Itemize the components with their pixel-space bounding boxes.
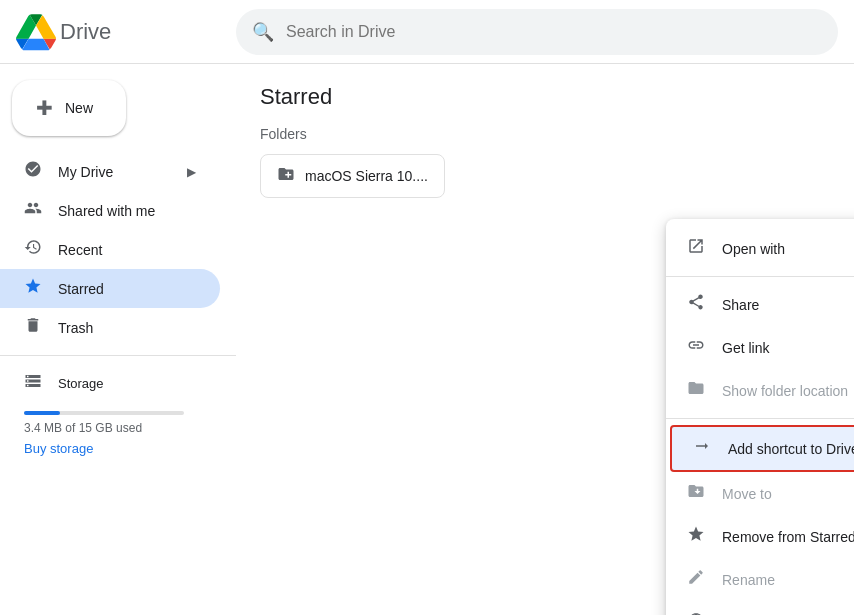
new-button[interactable]: ✚ New <box>12 80 126 136</box>
add-shortcut-label: Add shortcut to Drive <box>728 441 854 457</box>
menu-item-remove-from-starred[interactable]: Remove from Starred <box>666 515 854 558</box>
storage-usage-label: 3.4 MB of 15 GB used <box>24 421 212 435</box>
change-color-icon <box>686 611 706 615</box>
app-title: Drive <box>60 19 111 45</box>
move-to-icon <box>686 482 706 505</box>
share-label: Share <box>722 297 854 313</box>
get-link-icon <box>686 336 706 359</box>
menu-divider-2 <box>666 418 854 419</box>
folder-name: macOS Sierra 10.... <box>305 168 428 184</box>
storage-bar-bg <box>24 411 184 415</box>
move-to-label: Move to <box>722 486 854 502</box>
header: Drive 🔍 <box>0 0 854 64</box>
sidebar-item-my-drive[interactable]: My Drive ▶ <box>0 152 220 191</box>
storage-bar-fill <box>24 411 60 415</box>
remove-starred-label: Remove from Starred <box>722 529 854 545</box>
sidebar-item-starred[interactable]: Starred <box>0 269 220 308</box>
folders-section-label: Folders <box>260 126 830 142</box>
sidebar-item-shared-with-me[interactable]: Shared with me <box>0 191 220 230</box>
main-layout: ✚ New My Drive ▶ Shared with me Recent <box>0 64 854 615</box>
get-link-label: Get link <box>722 340 854 356</box>
chevron-right-icon: ▶ <box>187 165 196 179</box>
menu-item-add-shortcut[interactable]: Add shortcut to Drive ? <box>670 425 854 472</box>
storage-icon <box>24 372 42 395</box>
sidebar-item-trash[interactable]: Trash <box>0 308 220 347</box>
add-shortcut-icon <box>692 437 712 460</box>
menu-item-show-folder-location: Show folder location <box>666 369 854 412</box>
my-drive-icon <box>24 160 42 183</box>
search-icon: 🔍 <box>252 21 274 43</box>
share-icon <box>686 293 706 316</box>
drive-logo-icon <box>16 12 56 52</box>
shared-icon <box>24 199 42 222</box>
plus-icon: ✚ <box>36 96 53 120</box>
sidebar-item-storage[interactable]: Storage <box>0 364 220 403</box>
folder-item[interactable]: macOS Sierra 10.... <box>260 154 445 198</box>
sidebar-item-my-drive-label: My Drive <box>58 164 113 180</box>
main-content: Starred Folders macOS Sierra 10.... Open… <box>236 64 854 615</box>
storage-section: 3.4 MB of 15 GB used Buy storage <box>0 403 236 464</box>
rename-label: Rename <box>722 572 854 588</box>
remove-starred-icon <box>686 525 706 548</box>
sidebar-item-shared-label: Shared with me <box>58 203 155 219</box>
context-menu: Open with › Share Get link <box>666 219 854 615</box>
trash-icon <box>24 316 42 339</box>
starred-icon <box>24 277 42 300</box>
sidebar-item-recent-label: Recent <box>58 242 102 258</box>
show-folder-icon <box>686 379 706 402</box>
storage-label: Storage <box>58 376 104 391</box>
open-with-icon <box>686 237 706 260</box>
logo-area: Drive <box>16 12 236 52</box>
menu-item-move-to: Move to <box>666 472 854 515</box>
menu-item-open-with[interactable]: Open with › <box>666 227 854 270</box>
show-folder-location-label: Show folder location <box>722 383 854 399</box>
menu-item-rename: Rename <box>666 558 854 601</box>
menu-item-share[interactable]: Share <box>666 283 854 326</box>
recent-icon <box>24 238 42 261</box>
new-button-label: New <box>65 100 93 116</box>
menu-item-change-color[interactable]: Change color › <box>666 601 854 615</box>
sidebar-item-starred-label: Starred <box>58 281 104 297</box>
search-bar[interactable]: 🔍 <box>236 9 838 55</box>
rename-icon <box>686 568 706 591</box>
folder-shared-icon <box>277 165 295 187</box>
sidebar-item-trash-label: Trash <box>58 320 93 336</box>
open-with-label: Open with <box>722 241 854 257</box>
sidebar-item-recent[interactable]: Recent <box>0 230 220 269</box>
sidebar: ✚ New My Drive ▶ Shared with me Recent <box>0 64 236 615</box>
menu-item-get-link[interactable]: Get link <box>666 326 854 369</box>
search-input[interactable] <box>286 23 822 41</box>
page-title: Starred <box>260 84 830 110</box>
menu-divider-1 <box>666 276 854 277</box>
buy-storage-button[interactable]: Buy storage <box>24 441 212 456</box>
sidebar-divider <box>0 355 236 356</box>
